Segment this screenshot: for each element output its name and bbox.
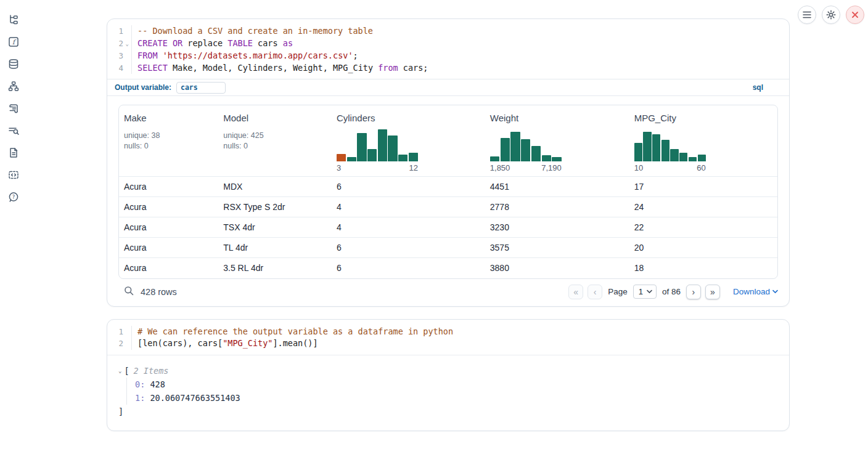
function-icon[interactable]: f	[7, 36, 20, 48]
table-cell: 6	[332, 238, 485, 258]
table-cell: Acura	[119, 177, 218, 197]
page-total: of 86	[662, 287, 681, 296]
line-number: 2⌄	[107, 38, 132, 51]
code-line[interactable]: 2⌄CREATE OR replace TABLE cars as	[107, 38, 789, 51]
histogram-bar[interactable]	[689, 157, 697, 161]
histogram-bar[interactable]	[521, 139, 530, 161]
table-row[interactable]: Acura3.5 RL 4dr6388018	[119, 258, 777, 278]
search-icon[interactable]	[123, 285, 134, 299]
histogram-bar[interactable]	[490, 156, 499, 161]
page-select[interactable]: 1	[633, 285, 657, 299]
dependency-graph-icon[interactable]	[7, 80, 20, 92]
line-number: 1	[107, 25, 132, 38]
table-cell: 6	[332, 258, 485, 278]
table-row[interactable]: AcuraMDX6445117	[119, 177, 777, 197]
gear-icon	[826, 10, 836, 20]
database-icon[interactable]	[7, 58, 20, 70]
column-histogram[interactable]: 312	[337, 128, 418, 172]
table-cell: TL 4dr	[218, 238, 332, 258]
line-number: 2	[107, 338, 132, 350]
histogram-bar[interactable]	[388, 136, 397, 161]
next-page-button[interactable]: ›	[686, 285, 701, 299]
histogram-bar[interactable]	[337, 154, 346, 161]
table-cell: 4	[332, 197, 485, 217]
histogram-bar[interactable]	[398, 155, 407, 161]
histogram-bar[interactable]	[679, 153, 687, 161]
column-header[interactable]: MPG_City1060	[629, 105, 777, 177]
code-line[interactable]: 2[len(cars), cars["MPG_City"].mean()]	[107, 338, 789, 350]
histogram-bar[interactable]	[409, 153, 418, 161]
table-row[interactable]: AcuraRSX Type S 2dr4277824	[119, 197, 777, 217]
close-bracket: ]	[118, 405, 777, 418]
notebook-area: 1-- Download a CSV and create an in-memo…	[107, 18, 790, 431]
histogram-bar[interactable]	[652, 134, 660, 161]
document-icon[interactable]	[7, 147, 20, 159]
fold-chevron-icon[interactable]: ⌄	[123, 38, 129, 51]
tree-item-key: 0:	[135, 379, 145, 389]
list-search-icon[interactable]	[7, 124, 20, 137]
table-cell: Acura	[119, 238, 218, 258]
table-cell: 3.5 RL 4dr	[218, 258, 332, 278]
previous-page-button[interactable]: ‹	[588, 285, 602, 299]
download-button[interactable]: Download	[733, 287, 778, 296]
tree-item-key: 1:	[135, 393, 145, 403]
table-footer: 428 rows « ‹ Page 1 of 86 › » Download	[107, 279, 789, 306]
help-icon[interactable]: ?	[7, 191, 20, 203]
histogram-bar[interactable]	[378, 129, 387, 161]
table-cell: 4	[332, 217, 485, 238]
column-histogram[interactable]: 1,8507,190	[490, 128, 562, 172]
file-tree-icon[interactable]	[7, 14, 20, 26]
code-line[interactable]: 4SELECT Make, Model, Cylinders, Weight, …	[107, 62, 789, 75]
first-page-button[interactable]: «	[568, 285, 583, 299]
histogram-bar[interactable]	[531, 146, 541, 161]
last-page-button[interactable]: »	[705, 285, 720, 299]
shutdown-button[interactable]	[846, 6, 864, 24]
code-line[interactable]: 1# We can reference the output variable …	[107, 326, 789, 338]
top-right-controls	[798, 6, 864, 24]
column-histogram[interactable]: 1060	[634, 128, 706, 172]
column-header[interactable]: Modelunique: 425nulls: 0	[218, 105, 332, 177]
column-header[interactable]: Weight1,8507,190	[485, 105, 629, 177]
tree-items: 0: 4281: 20.060747663551403	[126, 378, 777, 405]
histogram-bar[interactable]	[661, 140, 669, 161]
column-header[interactable]: Makeunique: 38nulls: 0	[119, 105, 218, 177]
tree-item: 1: 20.060747663551403	[135, 391, 777, 405]
table-cell: 17	[629, 177, 777, 197]
code-line[interactable]: 3FROM 'https://datasets.marimo.app/cars.…	[107, 50, 789, 62]
histogram-bar[interactable]	[510, 132, 520, 161]
histogram-bar[interactable]	[670, 149, 678, 161]
collapse-chevron-icon[interactable]: ⌄	[118, 364, 121, 378]
histogram-bar[interactable]	[698, 155, 706, 161]
close-icon	[851, 11, 859, 18]
table-cell: MDX	[218, 177, 332, 197]
histogram-bar[interactable]	[501, 138, 510, 161]
settings-button[interactable]	[822, 6, 840, 24]
histogram-bar[interactable]	[643, 132, 651, 161]
histogram-bar[interactable]	[542, 155, 551, 161]
python-code-editor[interactable]: 1# We can reference the output variable …	[107, 320, 789, 355]
code-text: FROM 'https://datasets.marimo.app/cars.c…	[132, 50, 358, 62]
table-row[interactable]: AcuraTL 4dr6357520	[119, 238, 777, 258]
histogram-bar[interactable]	[347, 157, 356, 161]
histogram-bar[interactable]	[357, 133, 366, 161]
code-text: # We can reference the output variable a…	[132, 326, 453, 338]
table-header-row: Makeunique: 38nulls: 0Modelunique: 425nu…	[119, 105, 777, 177]
histogram-bar[interactable]	[552, 157, 561, 161]
column-header[interactable]: Cylinders312	[332, 105, 485, 177]
scroll-icon[interactable]	[7, 102, 20, 115]
column-name: Model	[223, 113, 327, 123]
output-variable-input[interactable]	[176, 82, 226, 94]
code-line[interactable]: 1-- Download a CSV and create an in-memo…	[107, 25, 789, 38]
sql-cell: 1-- Download a CSV and create an in-memo…	[107, 18, 790, 307]
svg-text:?: ?	[12, 194, 15, 200]
output-variable-label: Output variable:	[115, 83, 171, 92]
histogram-bar[interactable]	[634, 143, 642, 161]
chevron-down-icon	[772, 289, 778, 294]
sql-code-editor[interactable]: 1-- Download a CSV and create an in-memo…	[107, 19, 789, 79]
tree-item: 0: 428	[135, 378, 777, 391]
code-snippet-icon[interactable]	[7, 169, 20, 181]
table-row[interactable]: AcuraTSX 4dr4323022	[119, 217, 777, 238]
line-number: 1	[107, 326, 132, 338]
menu-button[interactable]	[798, 6, 816, 24]
histogram-bar[interactable]	[367, 149, 377, 161]
